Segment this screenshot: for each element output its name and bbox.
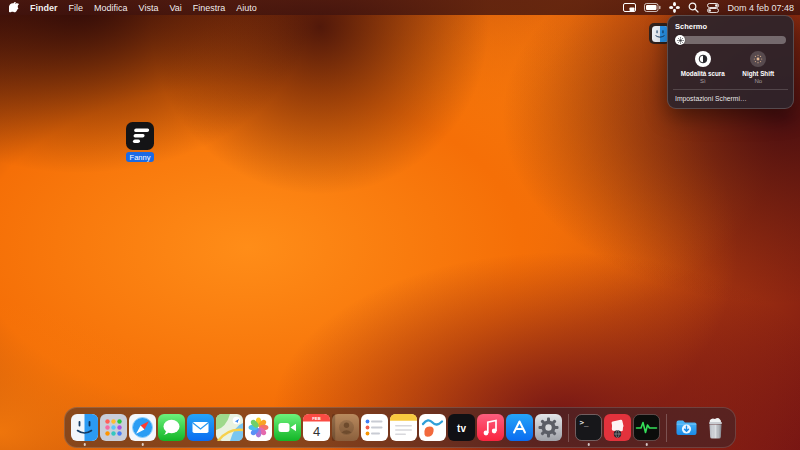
dock-separator — [568, 414, 569, 442]
tv-label: tv — [457, 423, 466, 434]
dock-downloads-folder-icon[interactable] — [673, 410, 700, 446]
menu-aiuto[interactable]: Aiuto — [236, 3, 257, 13]
sun-icon — [677, 37, 684, 44]
search-icon[interactable] — [688, 2, 699, 13]
fanny-app-icon — [126, 122, 154, 150]
dock-reminders-icon[interactable] — [361, 410, 388, 446]
display-settings-link[interactable]: Impostazioni Schermi… — [675, 94, 786, 103]
dock-activity-pulse-icon[interactable] — [633, 410, 660, 446]
dock-contacts-icon[interactable] — [332, 410, 359, 446]
night-shift-state: No — [754, 78, 762, 84]
menu-finestra[interactable]: Finestra — [193, 3, 226, 13]
terminal-prompt: >_ — [580, 418, 590, 427]
dock-messages-icon[interactable] — [158, 410, 185, 446]
dock-maps-icon[interactable] — [216, 410, 243, 446]
dock-launchpad-icon[interactable] — [100, 410, 127, 446]
dock-separator — [666, 414, 667, 442]
brightness-slider-knob[interactable] — [675, 35, 685, 45]
night-shift-icon — [753, 54, 763, 64]
night-shift-label: Night Shift — [742, 70, 774, 77]
desktop-wallpaper: Finder File Modifica Vista Vai Finestra … — [0, 0, 800, 450]
menu-bar: Finder File Modifica Vista Vai Finestra … — [0, 0, 800, 15]
dark-mode-toggle[interactable]: Modalità scura Sì — [675, 51, 731, 84]
dock-trash-icon[interactable] — [702, 410, 729, 446]
dark-mode-label: Modalità scura — [681, 70, 725, 77]
display-popover: Schermo — [667, 15, 794, 109]
dock-safari-icon[interactable] — [129, 410, 156, 446]
screen-mirroring-icon[interactable] — [623, 3, 636, 13]
popover-divider — [673, 89, 788, 90]
dock-red-cards-app-icon[interactable] — [604, 410, 631, 446]
menu-vista[interactable]: Vista — [139, 3, 159, 13]
dock: FEB 4 — [64, 407, 736, 448]
dock-finder-icon[interactable] — [71, 410, 98, 446]
dock-system-settings-icon[interactable] — [535, 410, 562, 446]
dark-mode-icon — [698, 54, 708, 64]
calendar-day-label: 4 — [313, 424, 320, 439]
night-shift-toggle[interactable]: Night Shift No — [731, 51, 787, 84]
dock-freeform-icon[interactable] — [419, 410, 446, 446]
battery-icon[interactable] — [644, 3, 661, 12]
dock-notes-icon[interactable] — [390, 410, 417, 446]
dark-mode-state: Sì — [700, 78, 706, 84]
menu-bar-clock[interactable]: Dom 4 feb 07:48 — [727, 3, 794, 13]
menu-modifica[interactable]: Modifica — [94, 3, 128, 13]
dock-tv-icon[interactable]: tv — [448, 410, 475, 446]
dock-calendar-icon[interactable]: FEB 4 — [303, 410, 330, 446]
control-center-icon[interactable] — [707, 3, 719, 13]
dock-music-icon[interactable] — [477, 410, 504, 446]
dock-photos-icon[interactable] — [245, 410, 272, 446]
fan-icon[interactable] — [669, 2, 680, 13]
finder-face-icon — [652, 26, 668, 42]
dock-app-store-icon[interactable] — [506, 410, 533, 446]
desktop-icon-fanny[interactable]: Fanny — [118, 122, 162, 162]
desktop-icon-label: Fanny — [126, 152, 155, 162]
menu-finder[interactable]: Finder — [30, 3, 58, 13]
menu-file[interactable]: File — [69, 3, 84, 13]
dock-terminal-icon[interactable]: >_ — [575, 410, 602, 446]
popover-title: Schermo — [675, 22, 786, 31]
apple-menu-icon[interactable] — [9, 2, 19, 14]
calendar-month-label: FEB — [312, 416, 320, 421]
dock-mail-icon[interactable] — [187, 410, 214, 446]
dock-facetime-icon[interactable] — [274, 410, 301, 446]
brightness-slider[interactable] — [675, 36, 786, 44]
menu-vai[interactable]: Vai — [169, 3, 181, 13]
